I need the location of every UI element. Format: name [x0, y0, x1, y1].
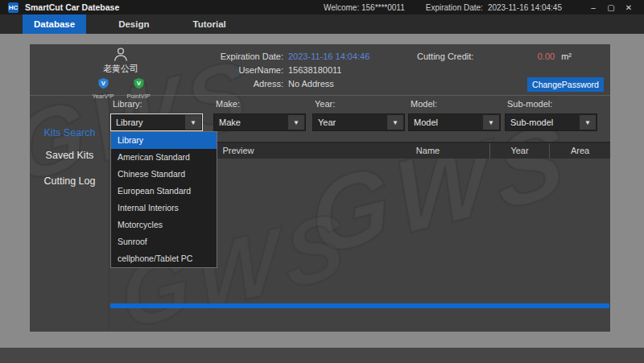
- year-dropdown-value: Year: [313, 118, 387, 127]
- cutting-credit-value: 0.00: [538, 52, 555, 61]
- username-row: UserName: 15638180011: [195, 63, 369, 76]
- window-controls: – ▢ ✕: [584, 3, 638, 12]
- dropdown-option-library[interactable]: Library: [111, 132, 217, 149]
- username-label: UserName:: [195, 65, 283, 75]
- title-bar: HC SmartCut Car Datebase Welcome: 156***…: [0, 0, 644, 14]
- welcome-text: Welcome: 156****0011: [324, 3, 405, 12]
- model-dropdown-value: Model: [409, 118, 483, 127]
- person-icon: [113, 47, 129, 62]
- app-logo-icon: HC: [8, 2, 19, 13]
- username-value: 15638180011: [288, 65, 341, 75]
- app-window: HC SmartCut Car Datebase Welcome: 156***…: [0, 0, 644, 363]
- expiration-row: Expiration Date: 2023-11-16 14:04:46: [195, 49, 369, 63]
- dropdown-option-american-standard[interactable]: American Standard: [111, 149, 217, 166]
- sidebar-item-saved-kits[interactable]: Saved Kits: [30, 150, 109, 161]
- model-label: Model:: [411, 99, 437, 109]
- minimize-icon[interactable]: –: [584, 3, 602, 12]
- maximize-icon[interactable]: ▢: [602, 3, 620, 12]
- chevron-down-icon: ▼: [580, 115, 596, 130]
- chevron-down-icon: ▼: [387, 115, 403, 130]
- sub-model-label: Sub-model:: [507, 99, 552, 109]
- make-label: Make:: [216, 99, 240, 109]
- sidebar: Kits Search Saved Kits Cutting Log: [30, 97, 109, 332]
- column-header-year: Year: [489, 143, 549, 159]
- chevron-down-icon: ▼: [288, 115, 304, 130]
- tab-database[interactable]: Database: [23, 14, 86, 34]
- library-dropdown-value: Library: [111, 118, 185, 127]
- expiration-value: 2023-11-16 14:04:46: [288, 52, 369, 61]
- dropdown-option-motorcycles[interactable]: Motorcycles: [111, 217, 217, 233]
- dropdown-option-european-standard[interactable]: European Standard: [111, 183, 217, 200]
- chevron-down-icon: ▼: [185, 115, 201, 130]
- horizontal-scrollbar[interactable]: [110, 303, 609, 308]
- close-icon[interactable]: ✕: [620, 3, 638, 12]
- model-dropdown[interactable]: Model ▼: [408, 113, 501, 131]
- address-value: No Address: [288, 79, 334, 89]
- dropdown-option-sunroof[interactable]: Sunroof: [111, 233, 217, 250]
- sidebar-item-cutting-log[interactable]: Cutting Log: [30, 175, 109, 187]
- year-vip-shield-icon: V: [98, 78, 109, 89]
- window-bottom-strip: [0, 348, 644, 363]
- sub-model-dropdown-value: Sub-model: [506, 118, 580, 127]
- sidebar-item-kits-search[interactable]: Kits Search: [30, 127, 109, 138]
- library-dropdown-list: Library American Standard Chinese Standa…: [110, 131, 217, 268]
- column-header-area: Area: [549, 143, 610, 159]
- expiration-label: Expiration Date:: [195, 52, 283, 61]
- user-info-section: 老黄公司 V YearVIP V PointVI: [30, 44, 610, 96]
- svg-text:V: V: [101, 80, 105, 87]
- titlebar-expiration-label: Expiration Date:: [426, 3, 483, 12]
- library-dropdown[interactable]: Library ▼: [110, 113, 203, 131]
- tab-design[interactable]: Design: [107, 14, 160, 34]
- company-name: 老黄公司: [80, 63, 161, 75]
- app-title: SmartCut Car Datebase: [25, 2, 119, 12]
- cutting-credit: Cutting Credit: 0.00 m²: [417, 52, 572, 61]
- chevron-down-icon: ▼: [483, 115, 499, 130]
- address-label: Adress:: [195, 79, 283, 89]
- make-dropdown[interactable]: Make ▼: [213, 113, 306, 131]
- main-tab-bar: Database Design Tutorial: [0, 14, 644, 34]
- point-vip-badge: V PointVIP: [121, 77, 156, 100]
- main-panel: GWS GWS GWS 老黄公司 V YearVIP: [30, 44, 610, 332]
- make-dropdown-value: Make: [214, 118, 288, 127]
- address-row: Adress: No Address: [195, 76, 369, 90]
- account-info: Expiration Date: 2023-11-16 14:04:46 Use…: [195, 49, 369, 90]
- svg-text:V: V: [136, 80, 141, 87]
- cutting-credit-unit: m²: [561, 52, 572, 61]
- user-profile: 老黄公司 V YearVIP V PointVI: [80, 47, 161, 100]
- app-logo-text: HC: [9, 4, 19, 11]
- column-header-name: Name: [366, 143, 489, 159]
- tab-tutorial[interactable]: Tutorial: [181, 14, 237, 34]
- titlebar-expiration-value: 2023-11-16 14:04:45: [488, 3, 562, 12]
- dropdown-option-chinese-standard[interactable]: Chinese Standard: [111, 166, 217, 183]
- year-dropdown[interactable]: Year ▼: [312, 113, 405, 131]
- titlebar-right: Welcome: 156****0011 Expiration Date: 20…: [324, 3, 644, 12]
- cutting-credit-label: Cutting Credit:: [417, 52, 473, 61]
- dropdown-option-internal-interiors[interactable]: Internal Interiors: [111, 200, 217, 217]
- dropdown-option-cellphone-tablet-pc[interactable]: cellphone/Tablet PC: [111, 250, 217, 267]
- library-label: Library:: [113, 99, 142, 109]
- change-password-button[interactable]: ChangePassword: [527, 77, 604, 92]
- year-label: Year:: [315, 99, 335, 109]
- point-vip-shield-icon: V: [134, 78, 144, 89]
- sub-model-dropdown[interactable]: Sub-model ▼: [505, 113, 597, 131]
